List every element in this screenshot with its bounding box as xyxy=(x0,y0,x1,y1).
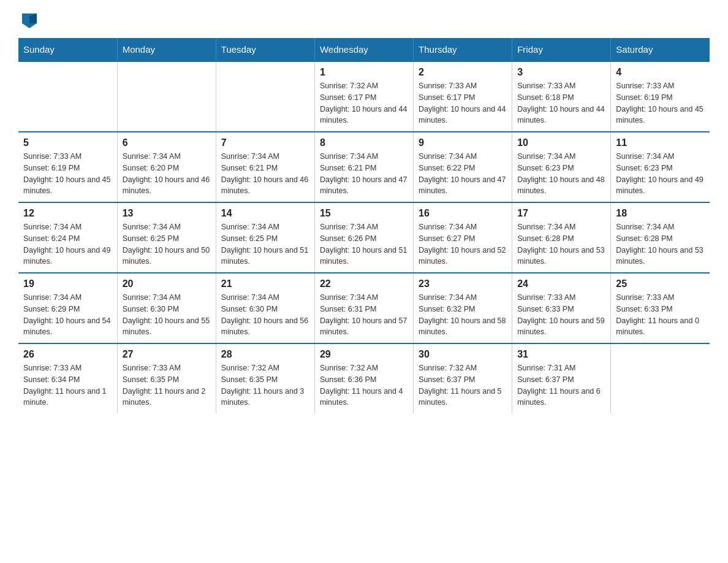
day-number: 27 xyxy=(123,349,211,360)
day-info: Sunrise: 7:32 AM Sunset: 6:17 PM Dayligh… xyxy=(320,80,408,126)
calendar-cell: 12Sunrise: 7:34 AM Sunset: 6:24 PM Dayli… xyxy=(18,202,117,273)
calendar-body: 1Sunrise: 7:32 AM Sunset: 6:17 PM Daylig… xyxy=(18,61,710,413)
calendar-cell: 2Sunrise: 7:33 AM Sunset: 6:17 PM Daylig… xyxy=(414,61,512,132)
day-number: 22 xyxy=(320,278,408,289)
day-info: Sunrise: 7:34 AM Sunset: 6:21 PM Dayligh… xyxy=(221,151,309,197)
calendar-cell xyxy=(611,343,710,413)
day-number: 30 xyxy=(419,349,507,360)
day-number: 10 xyxy=(517,137,605,148)
day-number: 31 xyxy=(517,349,605,360)
calendar-cell xyxy=(216,61,314,132)
day-info: Sunrise: 7:34 AM Sunset: 6:29 PM Dayligh… xyxy=(23,292,112,338)
day-info: Sunrise: 7:32 AM Sunset: 6:35 PM Dayligh… xyxy=(221,362,309,408)
day-number: 20 xyxy=(123,278,211,289)
calendar-cell: 3Sunrise: 7:33 AM Sunset: 6:18 PM Daylig… xyxy=(512,61,611,132)
day-info: Sunrise: 7:32 AM Sunset: 6:37 PM Dayligh… xyxy=(419,362,507,408)
day-info: Sunrise: 7:33 AM Sunset: 6:19 PM Dayligh… xyxy=(616,80,705,126)
calendar-cell: 17Sunrise: 7:34 AM Sunset: 6:28 PM Dayli… xyxy=(512,202,611,273)
day-info: Sunrise: 7:34 AM Sunset: 6:28 PM Dayligh… xyxy=(616,221,705,267)
calendar-cell: 8Sunrise: 7:34 AM Sunset: 6:21 PM Daylig… xyxy=(314,132,413,202)
day-number: 7 xyxy=(221,137,309,148)
day-info: Sunrise: 7:34 AM Sunset: 6:25 PM Dayligh… xyxy=(221,221,309,267)
day-number: 18 xyxy=(616,208,705,219)
calendar-cell: 5Sunrise: 7:33 AM Sunset: 6:19 PM Daylig… xyxy=(18,132,117,202)
day-number: 1 xyxy=(320,67,408,78)
day-info: Sunrise: 7:31 AM Sunset: 6:37 PM Dayligh… xyxy=(517,362,605,408)
day-number: 25 xyxy=(616,278,705,289)
day-number: 14 xyxy=(221,208,309,219)
week-row-3: 12Sunrise: 7:34 AM Sunset: 6:24 PM Dayli… xyxy=(18,202,710,273)
day-number: 4 xyxy=(616,67,705,78)
day-info: Sunrise: 7:33 AM Sunset: 6:33 PM Dayligh… xyxy=(517,292,605,338)
calendar-cell: 29Sunrise: 7:32 AM Sunset: 6:36 PM Dayli… xyxy=(314,343,413,413)
day-info: Sunrise: 7:33 AM Sunset: 6:33 PM Dayligh… xyxy=(616,292,705,338)
calendar-cell: 18Sunrise: 7:34 AM Sunset: 6:28 PM Dayli… xyxy=(611,202,710,273)
calendar-cell: 21Sunrise: 7:34 AM Sunset: 6:30 PM Dayli… xyxy=(216,273,314,343)
day-info: Sunrise: 7:33 AM Sunset: 6:35 PM Dayligh… xyxy=(123,362,211,408)
week-row-1: 1Sunrise: 7:32 AM Sunset: 6:17 PM Daylig… xyxy=(18,61,710,132)
calendar-table: SundayMondayTuesdayWednesdayThursdayFrid… xyxy=(18,38,710,413)
calendar-cell: 20Sunrise: 7:34 AM Sunset: 6:30 PM Dayli… xyxy=(117,273,216,343)
day-number: 15 xyxy=(320,208,408,219)
day-number: 26 xyxy=(23,349,112,360)
calendar-cell: 16Sunrise: 7:34 AM Sunset: 6:27 PM Dayli… xyxy=(414,202,512,273)
header-day-thursday: Thursday xyxy=(414,38,512,61)
day-number: 29 xyxy=(320,349,408,360)
day-number: 24 xyxy=(517,278,605,289)
day-info: Sunrise: 7:33 AM Sunset: 6:18 PM Dayligh… xyxy=(517,80,605,126)
logo xyxy=(18,12,39,26)
week-row-2: 5Sunrise: 7:33 AM Sunset: 6:19 PM Daylig… xyxy=(18,132,710,202)
calendar-cell: 6Sunrise: 7:34 AM Sunset: 6:20 PM Daylig… xyxy=(117,132,216,202)
calendar-cell: 13Sunrise: 7:34 AM Sunset: 6:25 PM Dayli… xyxy=(117,202,216,273)
calendar-cell: 23Sunrise: 7:34 AM Sunset: 6:32 PM Dayli… xyxy=(414,273,512,343)
day-info: Sunrise: 7:34 AM Sunset: 6:32 PM Dayligh… xyxy=(419,292,507,338)
calendar-cell: 14Sunrise: 7:34 AM Sunset: 6:25 PM Dayli… xyxy=(216,202,314,273)
day-info: Sunrise: 7:32 AM Sunset: 6:36 PM Dayligh… xyxy=(320,362,408,408)
calendar-cell xyxy=(117,61,216,132)
calendar-cell: 24Sunrise: 7:33 AM Sunset: 6:33 PM Dayli… xyxy=(512,273,611,343)
day-info: Sunrise: 7:34 AM Sunset: 6:30 PM Dayligh… xyxy=(221,292,309,338)
day-info: Sunrise: 7:33 AM Sunset: 6:19 PM Dayligh… xyxy=(23,151,112,197)
day-number: 28 xyxy=(221,349,309,360)
day-number: 21 xyxy=(221,278,309,289)
calendar-cell: 19Sunrise: 7:34 AM Sunset: 6:29 PM Dayli… xyxy=(18,273,117,343)
calendar-cell: 7Sunrise: 7:34 AM Sunset: 6:21 PM Daylig… xyxy=(216,132,314,202)
calendar-cell: 11Sunrise: 7:34 AM Sunset: 6:23 PM Dayli… xyxy=(611,132,710,202)
day-number: 23 xyxy=(419,278,507,289)
header-row: SundayMondayTuesdayWednesdayThursdayFrid… xyxy=(18,38,710,61)
header-day-monday: Monday xyxy=(117,38,216,61)
day-info: Sunrise: 7:34 AM Sunset: 6:24 PM Dayligh… xyxy=(23,221,112,267)
day-info: Sunrise: 7:34 AM Sunset: 6:23 PM Dayligh… xyxy=(616,151,705,197)
calendar-cell: 31Sunrise: 7:31 AM Sunset: 6:37 PM Dayli… xyxy=(512,343,611,413)
calendar-cell: 1Sunrise: 7:32 AM Sunset: 6:17 PM Daylig… xyxy=(314,61,413,132)
day-number: 13 xyxy=(123,208,211,219)
header-day-sunday: Sunday xyxy=(18,38,117,61)
calendar-cell: 15Sunrise: 7:34 AM Sunset: 6:26 PM Dayli… xyxy=(314,202,413,273)
day-info: Sunrise: 7:34 AM Sunset: 6:30 PM Dayligh… xyxy=(123,292,211,338)
logo-icon xyxy=(20,10,39,29)
calendar-cell: 4Sunrise: 7:33 AM Sunset: 6:19 PM Daylig… xyxy=(611,61,710,132)
day-info: Sunrise: 7:34 AM Sunset: 6:27 PM Dayligh… xyxy=(419,221,507,267)
day-info: Sunrise: 7:34 AM Sunset: 6:23 PM Dayligh… xyxy=(517,151,605,197)
day-number: 2 xyxy=(419,67,507,78)
day-info: Sunrise: 7:34 AM Sunset: 6:21 PM Dayligh… xyxy=(320,151,408,197)
day-number: 11 xyxy=(616,137,705,148)
day-info: Sunrise: 7:34 AM Sunset: 6:20 PM Dayligh… xyxy=(123,151,211,197)
day-info: Sunrise: 7:34 AM Sunset: 6:25 PM Dayligh… xyxy=(123,221,211,267)
day-number: 8 xyxy=(320,137,408,148)
calendar-cell: 9Sunrise: 7:34 AM Sunset: 6:22 PM Daylig… xyxy=(414,132,512,202)
calendar-cell: 25Sunrise: 7:33 AM Sunset: 6:33 PM Dayli… xyxy=(611,273,710,343)
day-info: Sunrise: 7:34 AM Sunset: 6:31 PM Dayligh… xyxy=(320,292,408,338)
header-day-saturday: Saturday xyxy=(611,38,710,61)
day-number: 12 xyxy=(23,208,112,219)
day-number: 19 xyxy=(23,278,112,289)
day-info: Sunrise: 7:34 AM Sunset: 6:22 PM Dayligh… xyxy=(419,151,507,197)
header-day-friday: Friday xyxy=(512,38,611,61)
day-info: Sunrise: 7:34 AM Sunset: 6:28 PM Dayligh… xyxy=(517,221,605,267)
day-info: Sunrise: 7:33 AM Sunset: 6:17 PM Dayligh… xyxy=(419,80,507,126)
page-header xyxy=(18,12,710,26)
calendar-cell: 26Sunrise: 7:33 AM Sunset: 6:34 PM Dayli… xyxy=(18,343,117,413)
day-number: 6 xyxy=(123,137,211,148)
week-row-5: 26Sunrise: 7:33 AM Sunset: 6:34 PM Dayli… xyxy=(18,343,710,413)
day-number: 17 xyxy=(517,208,605,219)
